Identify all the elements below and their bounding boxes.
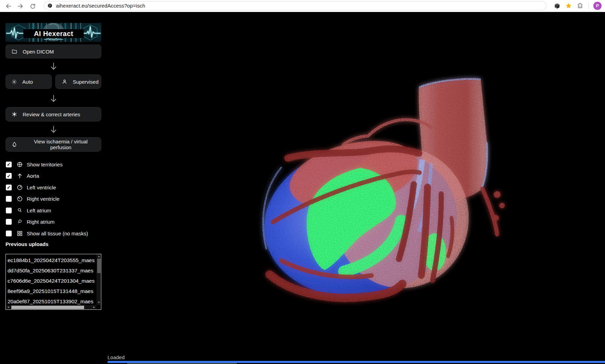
upload-item[interactable]: 20a0ef87_20251015T133902_maes (8, 296, 96, 305)
checkbox[interactable]: ✓ (6, 185, 12, 190)
logo-title: AI Hexeract (34, 30, 73, 38)
supervised-mode-label: Supervised (73, 79, 99, 85)
status-text: Loaded (107, 354, 125, 360)
territories-icon (16, 161, 23, 168)
forward-icon[interactable] (16, 2, 24, 10)
flow-arrow-down-icon (5, 125, 101, 135)
auto-mode-label: Auto (22, 79, 33, 85)
upload-item[interactable]: ec1884b1_20250424T203555_maes (8, 255, 96, 266)
progress-bar (107, 361, 605, 363)
toggle-row: Right atrium (5, 219, 101, 225)
right-ventricle-icon (16, 196, 23, 202)
previous-uploads-heading: Previous uploads (5, 241, 48, 247)
scroll-right-icon[interactable]: ► (93, 306, 95, 309)
flow-arrow-down-icon (5, 62, 101, 72)
site-info-icon[interactable] (47, 3, 53, 9)
uploads-horizontal-scrollbar[interactable]: ◄ ► (6, 305, 96, 309)
volume-render-canvas[interactable] (240, 74, 556, 338)
horizontal-scroll-thumb[interactable] (11, 306, 84, 309)
toggle-label[interactable]: Show all tissue (no masks) (27, 231, 88, 236)
open-dicom-button[interactable]: Open DICOM (5, 45, 101, 58)
checkbox[interactable] (6, 231, 12, 236)
view-ischaemia-button[interactable]: View ischaemia / virtual perfusion (5, 137, 101, 152)
supervised-mode-button[interactable]: Supervised (55, 74, 101, 89)
aorta-icon (16, 173, 23, 179)
toggle-label[interactable]: Show territories (27, 162, 62, 167)
toggle-label[interactable]: Aorta (27, 173, 39, 179)
toggle-label[interactable]: Left atrium (27, 208, 51, 213)
left-atrium-icon (16, 207, 23, 214)
checkbox[interactable] (6, 219, 12, 225)
toggle-label[interactable]: Right ventricle (27, 196, 59, 202)
all-tissue-icon (16, 230, 23, 237)
sidebar: AI Hexeract Open DICOM Auto Supervised (5, 12, 101, 364)
uploads-list-items: ec1884b1_20250424T203555_maesdd7d50fa_20… (8, 255, 96, 305)
upload-item[interactable]: c7606d6e_20250424T201304_maes (8, 276, 96, 286)
extensions-puzzle-icon[interactable] (577, 3, 583, 9)
upload-item[interactable]: 8eef96a9_20251015T131448_maes (8, 286, 96, 296)
droplet-icon (11, 141, 18, 148)
view-ischaemia-label: View ischaemia / virtual perfusion (23, 139, 99, 150)
scroll-left-icon[interactable]: ◄ (7, 306, 10, 309)
url-text: aihexeract.eu/securedAccess?op=isch (56, 3, 145, 9)
toggle-row: Left atrium (5, 207, 101, 213)
scroll-down-icon[interactable]: ▼ (98, 301, 100, 304)
browser-toolbar: aihexeract.eu/securedAccess?op=isch P (0, 0, 605, 12)
logo-title-box: AI Hexeract (23, 29, 84, 38)
uploads-vertical-scrollbar[interactable]: ▲ ▼ (96, 254, 101, 305)
address-bar[interactable]: aihexeract.eu/securedAccess?op=isch (44, 1, 547, 10)
upload-item[interactable]: dd7d50fa_20250630T231337_maes (8, 266, 96, 276)
person-icon (61, 79, 68, 85)
toolbar-right: P (554, 0, 605, 12)
toggle-row: Right ventricle (5, 196, 101, 202)
toggle-row: ✓Aorta (5, 173, 101, 179)
right-atrium-icon (16, 219, 23, 225)
checkbox[interactable] (6, 208, 12, 213)
previous-uploads-listbox[interactable]: ec1884b1_20250424T203555_maesdd7d50fa_20… (5, 254, 101, 310)
app-window: aihexeract.eu/securedAccess?op=isch P (0, 0, 605, 364)
toggle-row: Show all tissue (no masks) (5, 230, 101, 236)
open-dicom-label: Open DICOM (23, 49, 54, 55)
asterisk-icon (11, 111, 18, 117)
flow-arrow-down-icon (5, 94, 101, 104)
toolbar-separator (588, 3, 589, 9)
review-arteries-button[interactable]: Review & correct arteries (5, 107, 101, 121)
left-ventricle-icon (16, 184, 23, 191)
toggle-row: ✓Left ventricle (5, 184, 101, 190)
scroll-up-icon[interactable]: ▲ (98, 255, 100, 258)
bookmark-star-icon[interactable] (565, 2, 572, 9)
toggle-list: ✓Show territories✓Aorta✓Left ventricleRi… (5, 161, 101, 242)
toggle-label[interactable]: Right atrium (27, 219, 55, 225)
vertical-scroll-thumb[interactable] (97, 259, 101, 273)
app-logo-banner: AI Hexeract (5, 23, 101, 42)
checkbox[interactable]: ✓ (6, 173, 12, 179)
extension-cube-icon[interactable] (554, 3, 560, 9)
profile-avatar[interactable]: P (593, 2, 602, 10)
reload-icon[interactable] (29, 2, 36, 10)
toggle-label[interactable]: Left ventricle (27, 185, 56, 190)
toggle-row: ✓Show territories (5, 161, 101, 167)
checkbox[interactable]: ✓ (6, 162, 12, 167)
folder-icon (11, 48, 18, 55)
back-icon[interactable] (5, 2, 12, 10)
auto-icon (11, 79, 18, 85)
auto-mode-button[interactable]: Auto (5, 74, 52, 89)
review-arteries-label: Review & correct arteries (23, 111, 80, 117)
checkbox[interactable] (6, 196, 12, 202)
